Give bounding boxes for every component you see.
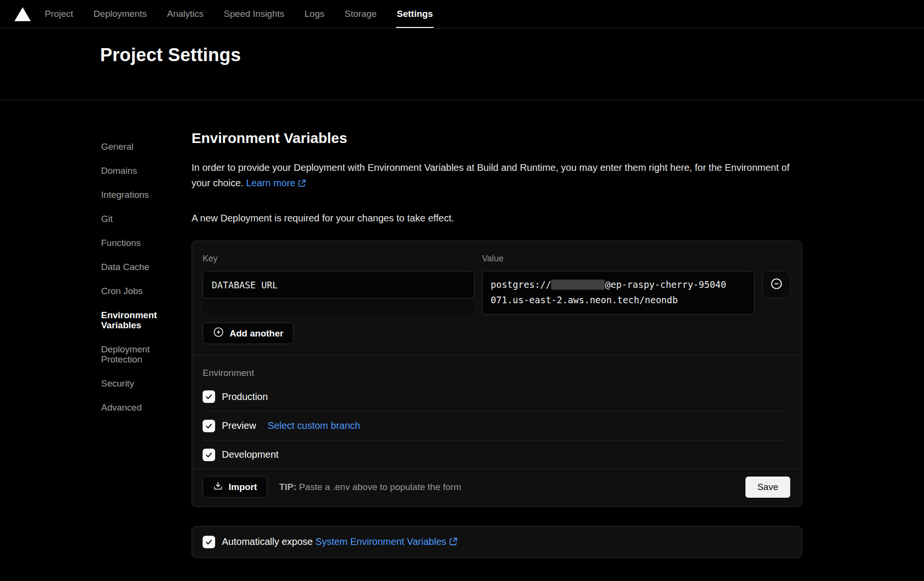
nav-tab-settings[interactable]: Settings (396, 0, 434, 28)
minus-circle-icon (770, 277, 783, 292)
nav-tab-storage[interactable]: Storage (344, 0, 378, 28)
env-row-development: Development (203, 440, 790, 469)
value-line2: 071.us-east-2.aws.neon.tech/neondb (491, 295, 678, 305)
main-panel: Environment Variables In order to provid… (192, 100, 802, 558)
sidebar-item-environment-variables[interactable]: Environment Variables (101, 310, 192, 330)
plus-circle-icon (213, 326, 224, 340)
environment-section: Environment Production Preview Select cu… (192, 355, 802, 469)
nav-tab-project[interactable]: Project (44, 0, 74, 28)
import-label: Import (229, 482, 257, 492)
env-row-production: Production (203, 382, 790, 411)
sidebar-item-integrations[interactable]: Integrations (101, 190, 192, 200)
sidebar-item-general[interactable]: General (101, 142, 192, 152)
system-env-checkbox[interactable] (203, 536, 215, 548)
remove-row-button[interactable] (762, 271, 790, 298)
env-vars-card: Key Value postgres://@ep-raspy-cherry-95… (192, 241, 802, 507)
value-input[interactable]: postgres://@ep-raspy-cherry-95040071.us-… (482, 271, 755, 315)
select-custom-branch-link[interactable]: Select custom branch (268, 420, 360, 431)
sidebar-item-cron-jobs[interactable]: Cron Jobs (101, 286, 192, 296)
env-name-preview: Preview (222, 420, 256, 431)
key-value-section: Key Value postgres://@ep-raspy-cherry-95… (192, 241, 802, 355)
external-link-icon (298, 176, 306, 192)
top-nav: Project Deployments Analytics Speed Insi… (0, 0, 924, 28)
system-env-card: Automatically expose System Environment … (192, 526, 802, 558)
sidebar-item-domains[interactable]: Domains (101, 166, 192, 176)
save-button[interactable]: Save (745, 477, 790, 498)
system-env-link[interactable]: System Environment Variables (316, 536, 458, 547)
sidebar-item-advanced[interactable]: Advanced (101, 402, 192, 413)
key-label: Key (203, 254, 475, 264)
system-env-text-label: Automatically expose (222, 536, 313, 547)
env-name-development: Development (222, 449, 279, 460)
tip-bold: TIP: (279, 482, 296, 492)
system-env-link-label: System Environment Variables (316, 536, 447, 547)
sidebar-item-functions[interactable]: Functions (101, 238, 192, 248)
import-button[interactable]: Import (203, 476, 267, 498)
preview-checkbox[interactable] (203, 420, 215, 432)
sidebar-item-security[interactable]: Security (101, 378, 192, 388)
value-line1-suffix: @ep-raspy-cherry-95040 (605, 279, 726, 290)
page-header: Project Settings (0, 28, 924, 100)
redacted-credentials (551, 280, 605, 290)
section-heading: Environment Variables (192, 130, 802, 146)
content: General Domains Integrations Git Functio… (0, 100, 924, 558)
environment-label: Environment (203, 368, 790, 378)
page-title: Project Settings (100, 45, 924, 65)
vercel-triangle-icon (14, 7, 31, 21)
redeploy-note: A new Deployment is required for your ch… (192, 213, 802, 224)
nav-tab-logs[interactable]: Logs (304, 0, 325, 28)
add-another-button[interactable]: Add another (203, 323, 294, 344)
learn-more-link[interactable]: Learn more (246, 178, 306, 188)
sidebar-item-data-cache[interactable]: Data Cache (101, 262, 192, 272)
card-footer: Import TIP: Paste a .env above to popula… (192, 469, 802, 506)
env-name-production: Production (222, 391, 268, 402)
sidebar-item-deployment-protection[interactable]: Deployment Protection (101, 344, 192, 364)
sidebar-item-git[interactable]: Git (101, 214, 192, 224)
download-icon (213, 480, 223, 493)
external-link-icon (449, 537, 458, 548)
section-description: In order to provide your Deployment with… (192, 160, 802, 192)
nav-tab-analytics[interactable]: Analytics (166, 0, 205, 28)
value-prefix: postgres:// (491, 279, 552, 290)
nav-tabs: Project Deployments Analytics Speed Insi… (44, 0, 434, 28)
key-input[interactable] (203, 271, 475, 298)
nav-tab-deployments[interactable]: Deployments (92, 0, 148, 28)
tip-text: TIP: Paste a .env above to populate the … (279, 482, 461, 492)
production-checkbox[interactable] (203, 390, 215, 403)
vercel-logo[interactable] (14, 0, 31, 28)
key-input-shadow (203, 299, 475, 314)
settings-sidebar: General Domains Integrations Git Functio… (0, 100, 192, 558)
development-checkbox[interactable] (203, 449, 215, 461)
system-env-text: Automatically expose System Environment … (222, 536, 458, 548)
env-row-preview: Preview Select custom branch (203, 411, 790, 440)
nav-tab-speed-insights[interactable]: Speed Insights (223, 0, 285, 28)
value-label: Value (482, 254, 755, 264)
tip-body: Paste a .env above to populate the form (299, 482, 461, 492)
learn-more-label: Learn more (246, 178, 295, 188)
add-another-label: Add another (230, 328, 283, 339)
